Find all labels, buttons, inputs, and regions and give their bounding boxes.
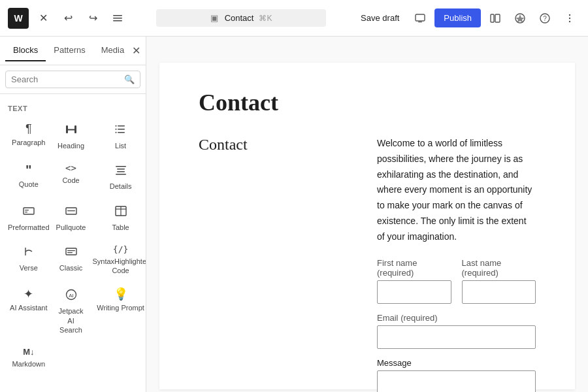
block-label: Pullquote [56, 223, 86, 232]
svg-rect-2 [113, 20, 122, 22]
jetpack-icon[interactable] [510, 8, 531, 29]
name-form-row: First name (required) Last name (require… [377, 258, 536, 304]
preformatted-icon [22, 204, 35, 220]
help-icon[interactable]: ? [534, 8, 555, 29]
paragraph-icon: ¶ [25, 123, 32, 135]
col-right: Welcome to a world of limitless possibil… [377, 136, 536, 392]
svg-rect-28 [25, 210, 29, 210]
block-classic[interactable]: Classic [54, 238, 89, 281]
list-view-icon[interactable] [107, 8, 128, 29]
block-details[interactable]: Details [90, 157, 146, 196]
email-group: Email (required) [377, 313, 536, 349]
last-name-label: Last name (required) [462, 258, 536, 278]
svg-text:AI: AI [69, 293, 74, 299]
block-label: Preformatted [8, 223, 50, 232]
sidebar-close-button[interactable]: ✕ [132, 42, 140, 60]
svg-text:?: ? [543, 15, 547, 22]
last-name-group: Last name (required) [462, 258, 536, 304]
svg-point-21 [115, 129, 116, 130]
two-column-block: Contact Welcome to a world of limitless … [199, 136, 536, 392]
svg-rect-16 [74, 125, 76, 133]
svg-point-12 [569, 17, 570, 18]
block-ai-assistant[interactable]: ✦ AI Assistant [5, 282, 52, 340]
block-list[interactable]: List [90, 116, 146, 155]
svg-rect-5 [491, 14, 494, 22]
search-icon: 🔍 [124, 74, 135, 84]
svg-rect-25 [117, 171, 125, 172]
more-menu-icon[interactable] [559, 8, 580, 29]
svg-rect-37 [67, 252, 73, 253]
redo-icon[interactable]: ↪ [82, 8, 103, 29]
quote-icon: " [25, 163, 31, 176]
main-layout: Blocks Patterns Media ✕ 🔍 TEXT ¶ Paragra… [0, 37, 588, 392]
sidebar: Blocks Patterns Media ✕ 🔍 TEXT ¶ Paragra… [0, 37, 146, 392]
sidebar-content: TEXT ¶ Paragraph Heading List [0, 94, 146, 392]
svg-rect-4 [418, 22, 422, 22]
block-preformatted[interactable]: Preformatted [5, 198, 52, 237]
block-jetpack-ai[interactable]: AI Jetpack AI Search [54, 282, 89, 340]
block-writing-prompt[interactable]: 💡 Writing Prompt [90, 282, 146, 340]
block-pullquote[interactable]: Pullquote [54, 198, 89, 237]
toolbar: W ✕ ↩ ↪ ▣ Contact ⌘K Save draft Publish … [0, 0, 588, 37]
save-draft-button[interactable]: Save draft [354, 9, 406, 27]
block-label: List [115, 141, 126, 150]
block-label: Classic [59, 263, 82, 272]
block-label: Table [112, 223, 129, 232]
search-input[interactable] [11, 74, 124, 84]
block-verse[interactable]: Verse [5, 238, 52, 281]
close-icon[interactable]: ✕ [33, 8, 54, 29]
svg-rect-19 [118, 132, 125, 133]
jetpack-ai-icon: AI [65, 288, 78, 303]
svg-rect-1 [113, 18, 122, 19]
text-section-label: TEXT [5, 99, 140, 116]
heading-icon [65, 123, 78, 138]
toolbar-left: W ✕ ↩ ↪ [8, 8, 128, 29]
svg-rect-36 [67, 250, 75, 251]
block-paragraph[interactable]: ¶ Paragraph [5, 116, 52, 155]
wp-logo-button[interactable]: W [8, 8, 29, 29]
tab-blocks[interactable]: Blocks [5, 40, 46, 61]
svg-rect-18 [118, 129, 125, 130]
document-title-area[interactable]: ▣ Contact ⌘K [156, 9, 326, 27]
block-quote[interactable]: " Quote [5, 157, 52, 196]
intro-text: Welcome to a world of limitless possibil… [377, 136, 536, 245]
first-name-group: First name (required) [377, 258, 451, 304]
block-label: Markdown [12, 359, 45, 368]
email-input[interactable] [377, 325, 536, 349]
doc-shortcut: ⌘K [259, 14, 272, 23]
page-title[interactable]: Contact [199, 89, 536, 116]
details-icon [114, 163, 127, 178]
block-label: Jetpack AI Search [56, 306, 86, 335]
settings-panel-icon[interactable] [485, 8, 506, 29]
publish-button[interactable]: Publish [434, 8, 481, 27]
block-label: Paragraph [12, 138, 45, 147]
list-icon [114, 123, 127, 138]
svg-rect-0 [113, 15, 122, 16]
doc-title: Contact [225, 13, 254, 23]
first-name-label: First name (required) [377, 258, 451, 278]
block-label: SyntaxHighlighter Code [92, 257, 146, 276]
block-label: Details [110, 182, 132, 191]
block-markdown[interactable]: M↓ Markdown [5, 341, 52, 374]
preview-icon[interactable] [410, 8, 431, 29]
message-textarea[interactable] [377, 370, 536, 392]
last-name-input[interactable] [462, 280, 536, 304]
tab-patterns[interactable]: Patterns [46, 40, 93, 61]
block-label: AI Assistant [10, 303, 47, 312]
block-table[interactable]: Table [90, 198, 146, 237]
block-syntax-highlighter[interactable]: {/} SyntaxHighlighter Code [90, 238, 146, 281]
svg-point-13 [569, 20, 570, 22]
doc-icon: ▣ [210, 13, 218, 23]
last-name-required: (required) [462, 268, 498, 278]
first-name-required: (required) [377, 268, 414, 278]
pullquote-icon [65, 204, 78, 220]
contact-heading[interactable]: Contact [199, 136, 357, 154]
tab-media[interactable]: Media [93, 40, 132, 61]
first-name-input[interactable] [377, 280, 451, 304]
svg-rect-26 [116, 174, 126, 175]
message-label: Message [377, 358, 536, 368]
block-heading[interactable]: Heading [54, 116, 89, 155]
undo-icon[interactable]: ↩ [57, 8, 78, 29]
email-required: (required) [400, 313, 437, 323]
block-code[interactable]: <> Code [54, 157, 89, 196]
